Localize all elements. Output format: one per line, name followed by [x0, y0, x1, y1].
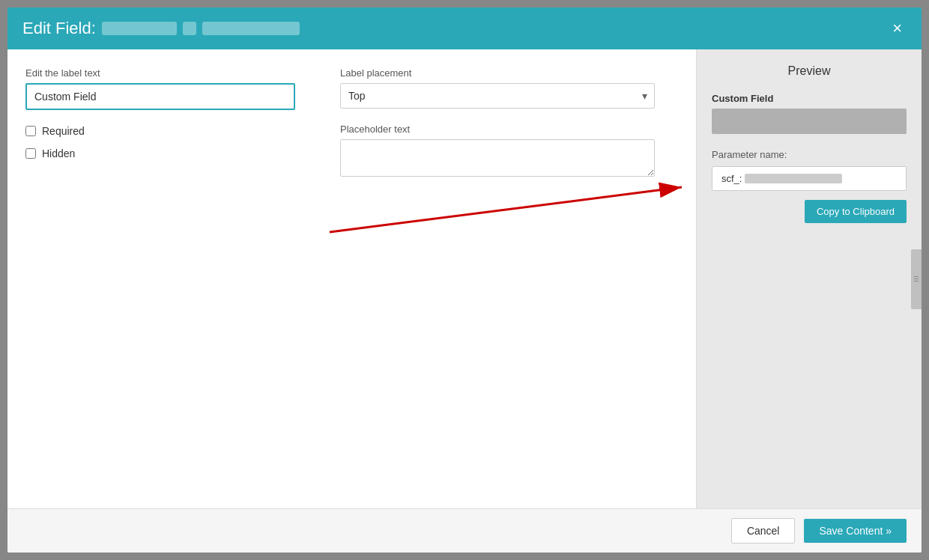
preview-field-input: [712, 109, 907, 134]
modal-header: Edit Field: ×: [7, 7, 922, 49]
placeholder-text-label: Placeholder text: [340, 124, 678, 135]
title-blurred-2: [183, 22, 196, 35]
copy-to-clipboard-button[interactable]: Copy to Clipboard: [805, 200, 907, 223]
preview-title: Preview: [712, 64, 907, 78]
preview-field-label: Custom Field: [712, 93, 907, 104]
scrollbar-line-1: [914, 276, 919, 277]
scrollbar-line-2: [914, 279, 919, 279]
placeholder-text-textarea[interactable]: [340, 139, 655, 177]
edit-field-modal: Edit Field: × Edit the label text: [7, 7, 922, 553]
right-panel: Preview Custom Field Parameter name: scf…: [697, 49, 922, 508]
scrollbar-line-3: [914, 281, 919, 281]
form-col-right: Label placement Top Left Right Bottom Hi…: [340, 67, 678, 194]
parameter-name-label: Parameter name:: [712, 149, 907, 160]
label-text-group: Edit the label text: [25, 67, 310, 110]
modal-footer: Cancel Save Content »: [7, 508, 922, 553]
title-blurred-1: [102, 22, 177, 35]
modal-title: Edit Field:: [22, 19, 300, 38]
label-placement-wrapper: Top Left Right Bottom Hidden ▾: [340, 83, 655, 109]
form-col-left: Edit the label text Required Hidden: [25, 67, 310, 194]
required-group: Required Hidden: [25, 125, 310, 159]
scrollbar-tab[interactable]: [911, 249, 922, 309]
hidden-checkbox-label[interactable]: Hidden: [25, 147, 310, 159]
label-placement-select[interactable]: Top Left Right Bottom Hidden: [340, 83, 655, 109]
hidden-label-text: Hidden: [42, 147, 75, 159]
required-checkbox-label[interactable]: Required: [25, 125, 310, 137]
form-columns: Edit the label text Required Hidden: [25, 67, 678, 194]
placeholder-text-group: Placeholder text: [340, 124, 678, 179]
required-checkbox[interactable]: [25, 126, 36, 136]
label-text-label: Edit the label text: [25, 67, 310, 79]
label-placement-group: Label placement Top Left Right Bottom Hi…: [340, 67, 678, 109]
required-label-text: Required: [42, 125, 85, 137]
hidden-checkbox[interactable]: [25, 148, 36, 159]
modal-body: Edit the label text Required Hidden: [7, 49, 922, 508]
close-button[interactable]: ×: [888, 19, 907, 38]
left-panel: Edit the label text Required Hidden: [7, 49, 697, 508]
parameter-value-box: scf_:: [712, 166, 907, 191]
label-text-input[interactable]: [25, 83, 295, 110]
param-blurred-value: [745, 174, 842, 183]
param-prefix: scf_:: [721, 173, 742, 184]
save-content-button[interactable]: Save Content »: [804, 519, 907, 543]
cancel-button[interactable]: Cancel: [731, 518, 796, 544]
title-blurred-3: [202, 22, 300, 35]
modal-title-text: Edit Field:: [22, 19, 96, 38]
label-placement-label: Label placement: [340, 67, 678, 79]
